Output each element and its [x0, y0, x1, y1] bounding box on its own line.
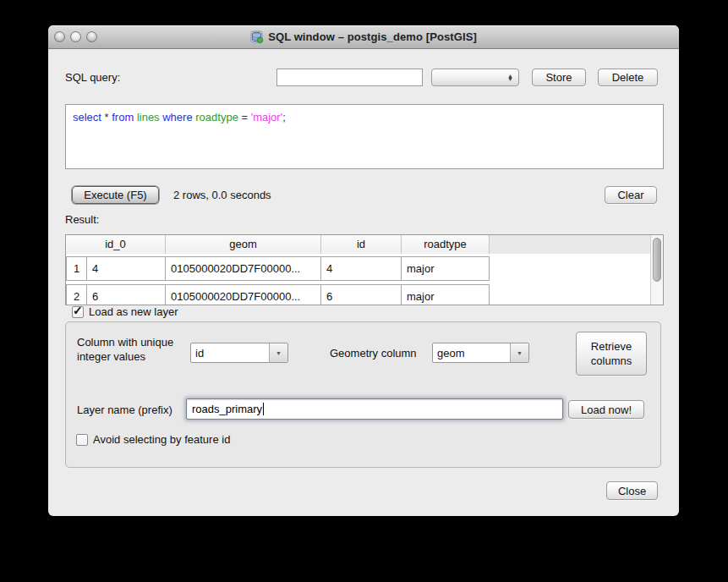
column-header-filler: [490, 235, 663, 254]
cell-roadtype[interactable]: major: [401, 284, 490, 305]
delete-button[interactable]: Delete: [598, 69, 658, 86]
layer-name-label: Layer name (prefix): [77, 404, 172, 416]
result-label: Result:: [65, 213, 99, 226]
stored-query-dropdown[interactable]: ▲▼: [431, 69, 519, 86]
load-as-new-layer-label: Load as new layer: [89, 305, 178, 318]
row-number[interactable]: 2: [66, 284, 87, 305]
sql-token: ;: [282, 111, 286, 124]
execute-button[interactable]: Execute (F5): [72, 186, 159, 204]
geometry-column-value: geom: [433, 347, 510, 360]
checkmark-icon: ✓: [73, 304, 83, 317]
sql-token: where: [162, 111, 195, 124]
column-header-id0[interactable]: id_0: [66, 235, 166, 254]
dropdown-stepper-icon: ▲▼: [507, 74, 513, 81]
cell-id0[interactable]: 6: [86, 284, 166, 305]
table-row[interactable]: 2 6 0105000020DD7F00000... 6 major: [66, 284, 650, 305]
table-vertical-scrollbar[interactable]: [650, 235, 663, 305]
unique-column-value: id: [191, 347, 269, 360]
title-bar[interactable]: SQL window – postgis_demo [PostGIS]: [48, 25, 679, 49]
cell-geom[interactable]: 0105000020DD7F00000...: [165, 284, 321, 305]
result-table-body: 1 4 0105000020DD7F00000... 4 major 2 6 0…: [66, 254, 650, 305]
cell-id0[interactable]: 4: [86, 256, 166, 281]
sql-token: roadtype: [195, 111, 241, 124]
sql-token: lines: [137, 111, 162, 124]
traffic-lights: [54, 31, 97, 42]
sql-token: *: [105, 111, 112, 124]
sql-token: =: [241, 111, 250, 124]
clear-button[interactable]: Clear: [605, 186, 657, 204]
sql-editor[interactable]: select * from lines where roadtype = 'ma…: [65, 104, 664, 169]
unique-column-label: Column with unique integer values: [77, 335, 192, 364]
postgis-database-icon: [250, 30, 264, 44]
result-table-header: id_0 geom id roadtype: [66, 235, 663, 255]
sql-token: select: [73, 111, 105, 124]
geometry-column-label: Geometry column: [330, 347, 417, 360]
avoid-feature-id-checkbox[interactable]: [76, 434, 88, 446]
sql-token: from: [112, 111, 137, 124]
sql-token: 'major': [251, 111, 282, 124]
store-button[interactable]: Store: [532, 69, 586, 86]
chevron-down-icon[interactable]: ▼: [269, 343, 287, 362]
minimize-window-icon[interactable]: [70, 31, 81, 42]
query-name-input[interactable]: [276, 69, 423, 86]
layer-name-input[interactable]: roads_primary: [186, 398, 563, 420]
close-button[interactable]: Close: [606, 481, 658, 500]
query-status-text: 2 rows, 0.0 seconds: [173, 189, 271, 201]
geometry-column-combobox[interactable]: geom ▼: [432, 343, 529, 363]
retrieve-columns-button[interactable]: Retrieve columns: [576, 332, 647, 376]
sql-query-label: SQL query:: [65, 71, 120, 84]
unique-column-combobox[interactable]: id ▼: [190, 343, 288, 363]
layer-name-value: roads_primary: [192, 403, 262, 415]
cell-roadtype[interactable]: major: [401, 256, 490, 281]
sql-window: SQL window – postgis_demo [PostGIS] SQL …: [48, 25, 679, 516]
scrollbar-thumb[interactable]: [653, 238, 661, 282]
cell-id[interactable]: 6: [320, 284, 402, 305]
result-table: id_0 geom id roadtype 1 4 0105000020DD7F…: [65, 234, 664, 305]
close-window-icon[interactable]: [54, 31, 65, 42]
cell-id[interactable]: 4: [320, 256, 402, 281]
column-header-roadtype[interactable]: roadtype: [402, 235, 490, 254]
chevron-down-icon[interactable]: ▼: [510, 343, 528, 362]
table-row[interactable]: 1 4 0105000020DD7F00000... 4 major: [66, 256, 650, 281]
load-now-button[interactable]: Load now!: [568, 400, 644, 419]
column-header-geom[interactable]: geom: [166, 235, 321, 254]
text-cursor: [263, 403, 264, 415]
column-header-id[interactable]: id: [321, 235, 402, 254]
window-title: SQL window – postgis_demo [PostGIS]: [268, 30, 477, 43]
load-as-new-layer-checkbox[interactable]: ✓: [72, 306, 84, 318]
row-number[interactable]: 1: [66, 256, 87, 281]
avoid-feature-id-label: Avoid selecting by feature id: [93, 433, 230, 446]
cell-geom[interactable]: 0105000020DD7F00000...: [165, 256, 321, 281]
zoom-window-icon[interactable]: [86, 31, 97, 42]
